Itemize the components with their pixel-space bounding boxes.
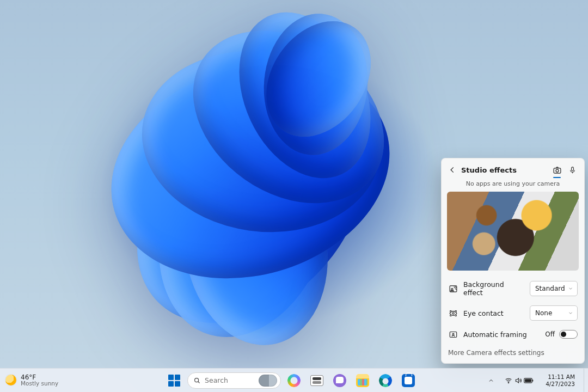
tray-overflow-button[interactable]	[485, 371, 498, 390]
clock-button[interactable]: 11:11 AM 4/27/2023	[540, 371, 580, 390]
start-button[interactable]	[164, 371, 184, 390]
svg-rect-11	[532, 379, 533, 381]
more-camera-settings-link[interactable]: More Camera effects settings	[442, 344, 584, 363]
automatic-framing-state: Off	[545, 330, 555, 338]
copilot-icon	[287, 374, 301, 387]
task-view-button[interactable]	[307, 371, 327, 390]
battery-icon	[524, 377, 534, 384]
svg-point-9	[509, 382, 509, 383]
eye-contact-label: Eye contact	[463, 309, 524, 317]
weather-icon	[5, 375, 16, 385]
search-input[interactable]	[205, 376, 255, 384]
microsoft-store-icon	[402, 374, 415, 387]
eye-contact-value: None	[535, 309, 552, 317]
camera-tab[interactable]	[552, 164, 562, 176]
weather-widget[interactable]: 46°F Mostly sunny	[0, 374, 98, 387]
background-effect-value: Standard	[535, 285, 565, 292]
studio-effects-panel: Studio effects No apps are using your ca…	[441, 158, 585, 364]
volume-icon	[514, 377, 523, 384]
automatic-framing-icon	[448, 329, 458, 339]
camera-preview	[447, 192, 579, 271]
taskbar-search[interactable]	[187, 372, 281, 389]
camera-status-hint: No apps are using your camera	[442, 179, 584, 192]
show-desktop-button[interactable]	[584, 369, 586, 393]
chevron-up-icon	[488, 377, 494, 384]
chevron-down-icon	[568, 286, 573, 291]
microphone-tab[interactable]	[567, 164, 578, 176]
file-explorer-icon	[356, 374, 369, 387]
file-explorer-button[interactable]	[353, 371, 372, 390]
svg-rect-6	[450, 332, 456, 337]
quick-settings-button[interactable]	[501, 371, 537, 390]
chat-icon	[333, 374, 346, 387]
search-highlight-image	[259, 375, 277, 387]
clock-time: 11:11 AM	[546, 373, 575, 380]
svg-point-1	[556, 169, 559, 172]
edge-button[interactable]	[376, 371, 395, 390]
background-effect-dropdown[interactable]: Standard	[530, 281, 578, 296]
automatic-framing-label: Automatic framing	[463, 330, 540, 339]
windows-logo-icon	[168, 375, 180, 387]
svg-point-8	[195, 378, 199, 382]
chevron-down-icon	[568, 310, 573, 316]
background-effect-label: Background effect	[463, 280, 524, 297]
eye-contact-dropdown[interactable]: None	[530, 305, 578, 321]
svg-rect-12	[525, 379, 531, 382]
svg-point-5	[452, 312, 454, 314]
store-button[interactable]	[399, 371, 418, 390]
chat-button[interactable]	[330, 371, 350, 390]
back-button[interactable]	[448, 166, 457, 174]
task-view-icon	[310, 375, 323, 386]
clock-date: 4/27/2023	[546, 381, 575, 387]
weather-summary: Mostly sunny	[21, 381, 58, 387]
edge-icon	[379, 374, 392, 387]
svg-rect-0	[554, 168, 561, 173]
wifi-icon	[504, 377, 513, 384]
panel-title: Studio effects	[461, 166, 547, 174]
svg-point-7	[452, 333, 454, 335]
background-effect-icon	[448, 284, 458, 293]
taskbar: 46°F Mostly sunny	[0, 368, 588, 392]
svg-rect-2	[571, 167, 573, 170]
automatic-framing-toggle[interactable]	[559, 330, 578, 339]
search-icon	[193, 377, 201, 384]
desktop-wallpaper	[76, 3, 425, 351]
copilot-button[interactable]	[284, 371, 304, 390]
eye-contact-icon	[448, 308, 458, 318]
